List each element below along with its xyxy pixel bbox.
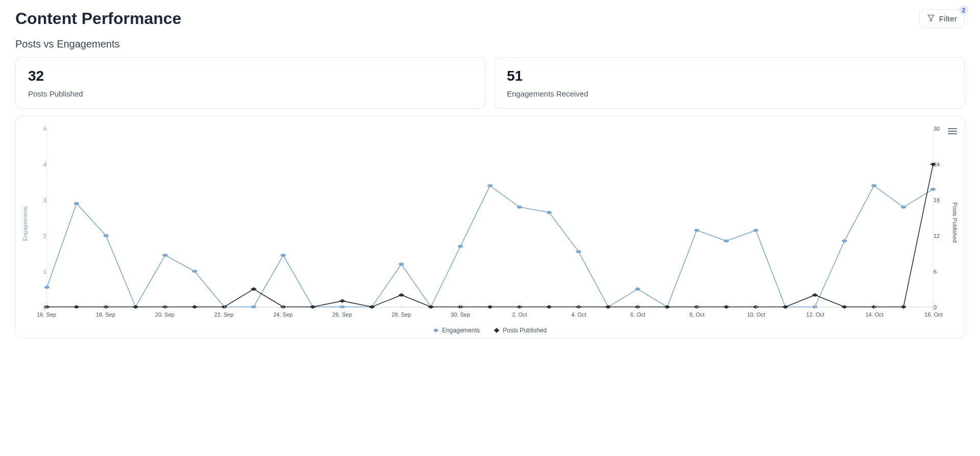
- section-subheading: Posts vs Engagements: [15, 38, 965, 50]
- chart-plot[interactable]: [46, 129, 934, 307]
- chart-menu-icon[interactable]: [948, 127, 957, 136]
- svg-point-19: [576, 250, 581, 253]
- svg-point-3: [104, 234, 109, 237]
- y-axis-right-ticks: 0612182430: [934, 129, 949, 307]
- x-axis-ticks: 16. Sep18. Sep20. Sep22. Sep24. Sep26. S…: [46, 307, 934, 323]
- y-axis-left-ticks: 012345: [31, 129, 46, 307]
- legend-marker-engagements: [433, 330, 438, 331]
- stat-label: Posts Published: [28, 89, 473, 98]
- svg-point-13: [399, 262, 404, 266]
- stat-value: 51: [507, 68, 952, 84]
- stat-label: Engagements Received: [507, 89, 952, 98]
- svg-point-29: [871, 184, 876, 187]
- svg-point-31: [930, 188, 936, 191]
- legend-item-engagements[interactable]: Engagements: [433, 327, 480, 334]
- svg-point-25: [753, 229, 758, 232]
- svg-point-24: [724, 239, 729, 243]
- y-axis-left-title: Engagements: [22, 206, 28, 241]
- filter-icon: [927, 14, 935, 23]
- svg-point-5: [162, 254, 167, 257]
- stat-value: 32: [28, 68, 473, 84]
- legend-item-posts-published[interactable]: Posts Published: [494, 327, 547, 334]
- svg-point-9: [281, 254, 286, 257]
- svg-rect-42: [339, 299, 346, 303]
- stat-card-engagements-received: 51 Engagements Received: [494, 57, 965, 109]
- legend-marker-posts: [494, 330, 499, 331]
- filter-button[interactable]: Filter 2: [919, 9, 965, 28]
- legend-label: Posts Published: [503, 327, 547, 334]
- svg-point-28: [842, 239, 847, 243]
- svg-point-23: [694, 229, 699, 232]
- svg-point-6: [192, 270, 197, 273]
- y-axis-right-title: Posts Published: [952, 202, 958, 243]
- svg-point-15: [458, 245, 463, 248]
- svg-marker-0: [928, 15, 934, 21]
- svg-point-30: [901, 206, 906, 209]
- svg-point-2: [74, 202, 79, 205]
- page-title: Content Performance: [15, 9, 181, 28]
- stat-card-posts-published: 32 Posts Published: [15, 57, 486, 109]
- chart-card: Engagements Posts Published 012345 06121…: [15, 116, 965, 339]
- filter-count-badge: 2: [959, 6, 968, 15]
- svg-point-21: [635, 287, 640, 291]
- svg-point-1: [44, 286, 50, 289]
- chart-area: Engagements Posts Published 012345 06121…: [46, 129, 934, 323]
- svg-point-17: [517, 206, 522, 209]
- chart-legend: Engagements Posts Published: [21, 327, 959, 334]
- svg-point-16: [487, 184, 493, 187]
- legend-label: Engagements: [442, 327, 480, 334]
- svg-point-18: [547, 211, 552, 214]
- filter-button-label: Filter: [939, 14, 957, 23]
